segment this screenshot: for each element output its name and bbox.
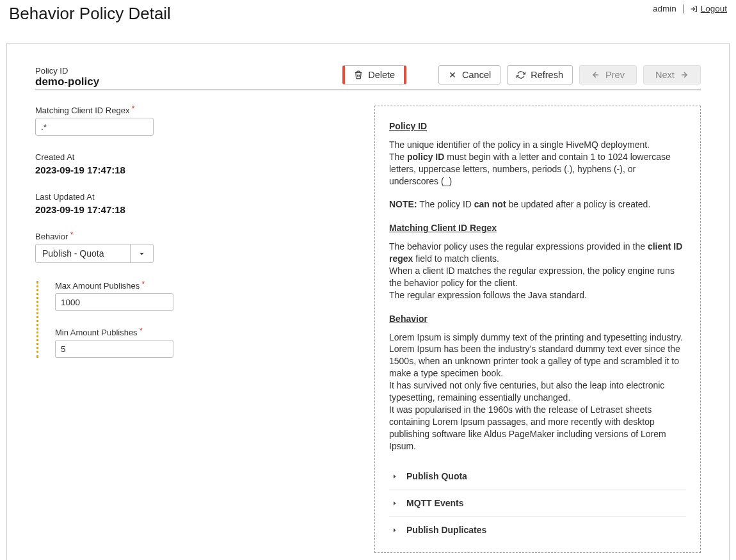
page-title: Behavior Policy Detail — [9, 4, 171, 24]
behavior-select-value: Publish - Quota — [36, 248, 130, 259]
delete-button[interactable]: Delete — [342, 65, 406, 84]
logout-label: Logout — [701, 4, 727, 13]
x-icon — [448, 70, 457, 79]
max-pub-label: Max Amount Publishes — [55, 281, 349, 291]
created-at-label: Created At — [35, 152, 349, 162]
prev-button[interactable]: Prev — [579, 65, 637, 84]
help-text: The behavior policy uses the regular exp… — [389, 241, 686, 301]
help-heading-regex: Matching Client ID Regex — [389, 222, 686, 234]
chevron-down-icon — [130, 244, 153, 262]
next-button[interactable]: Next — [643, 65, 701, 84]
policy-id-value: demo-policy — [35, 76, 99, 88]
behavior-select[interactable]: Publish - Quota — [35, 244, 154, 263]
min-pub-label: Min Amount Publishes — [55, 328, 349, 337]
arrow-right-icon — [389, 526, 397, 534]
policy-id-label: Policy ID — [35, 66, 99, 76]
help-panel: Policy ID The unique identifier of the p… — [374, 106, 701, 553]
main-panel: Policy ID demo-policy Delete Cancel Refr… — [6, 43, 730, 560]
created-at-value: 2023-09-19 17:47:18 — [35, 164, 349, 175]
arrow-right-icon — [680, 70, 689, 79]
arrow-right-icon — [389, 499, 397, 508]
logout-icon — [690, 5, 698, 13]
help-heading-policy-id: Policy ID — [389, 120, 686, 132]
help-note: NOTE: The policy ID can not be updated a… — [389, 198, 686, 211]
regex-label: Matching Client ID Regex — [35, 106, 349, 115]
help-heading-behavior: Behavior — [389, 313, 686, 325]
updated-at-value: 2023-09-19 17:47:18 — [35, 204, 349, 215]
arrow-left-icon — [591, 70, 600, 79]
behavior-label: Behavior — [35, 232, 349, 241]
logout-link[interactable]: Logout — [690, 4, 727, 13]
divider — [683, 4, 684, 13]
help-sublink-publish-duplicates[interactable]: Publish Duplicates — [389, 517, 686, 543]
regex-input[interactable] — [35, 118, 154, 136]
refresh-button[interactable]: Refresh — [507, 65, 573, 84]
help-text: The unique identifier of the policy in a… — [389, 139, 686, 188]
min-pub-input[interactable] — [55, 340, 173, 358]
arrow-right-icon — [389, 472, 397, 481]
help-sublink-publish-quota[interactable]: Publish Quota — [389, 463, 686, 490]
trash-icon — [354, 70, 363, 79]
username: admin — [653, 4, 676, 13]
user-block: admin Logout — [653, 4, 727, 13]
max-pub-input[interactable] — [55, 293, 173, 311]
updated-at-label: Last Updated At — [35, 192, 349, 202]
help-sublink-mqtt-events[interactable]: MQTT Events — [389, 490, 686, 517]
refresh-icon — [516, 70, 525, 79]
help-text: Lorem Ipsum is simply dummy text of the … — [389, 332, 686, 452]
cancel-button[interactable]: Cancel — [438, 65, 500, 84]
